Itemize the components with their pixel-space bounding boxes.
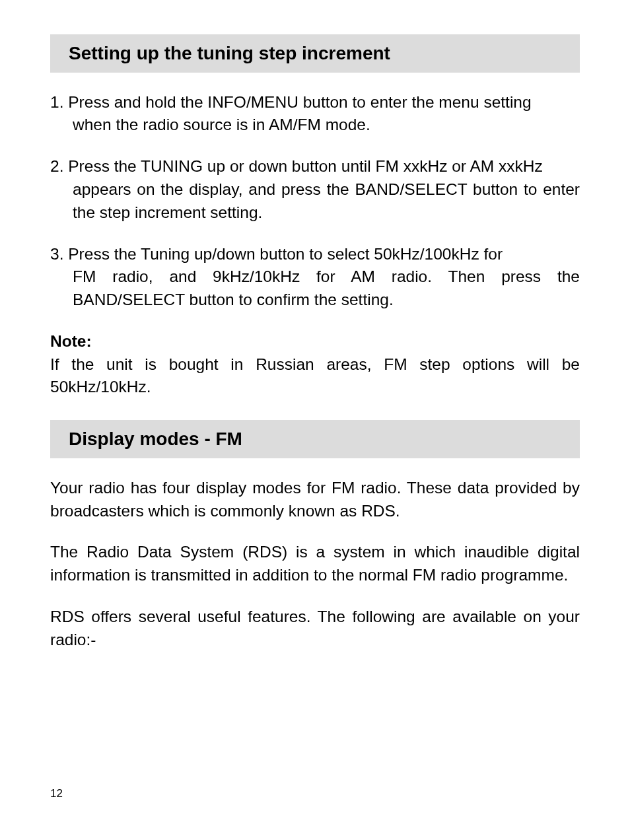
- step-3-continuation: FM radio, and 9kHz/10kHz for AM radio. T…: [50, 265, 580, 312]
- step-1-continuation: when the radio source is in AM/FM mode.: [50, 114, 580, 137]
- page-number: 12: [50, 787, 63, 800]
- section-heading-tuning-step: Setting up the tuning step increment: [50, 34, 580, 73]
- step-1-number: 1.: [50, 93, 63, 111]
- step-3-number: 3.: [50, 245, 63, 263]
- step-2-first-line: Press the TUNING up or down button until…: [68, 157, 542, 175]
- step-3: 3. Press the Tuning up/down button to se…: [50, 243, 580, 312]
- note-label: Note:: [50, 330, 580, 353]
- note-body: If the unit is bought in Russian areas, …: [50, 353, 580, 400]
- step-2-continuation: appears on the display, and press the BA…: [50, 178, 580, 225]
- step-2-number: 2.: [50, 157, 63, 175]
- paragraph-3: RDS offers several useful features. The …: [50, 606, 580, 652]
- step-1-first-line: Press and hold the INFO/MENU button to e…: [68, 93, 531, 111]
- page: Setting up the tuning step increment 1. …: [0, 0, 630, 840]
- paragraph-2: The Radio Data System (RDS) is a system …: [50, 541, 580, 587]
- step-1: 1. Press and hold the INFO/MENU button t…: [50, 91, 580, 137]
- step-3-first-line: Press the Tuning up/down button to selec…: [68, 245, 503, 263]
- paragraph-1: Your radio has four display modes for FM…: [50, 477, 580, 523]
- section-heading-display-modes: Display modes - FM: [50, 420, 580, 458]
- step-2: 2. Press the TUNING up or down button un…: [50, 155, 580, 224]
